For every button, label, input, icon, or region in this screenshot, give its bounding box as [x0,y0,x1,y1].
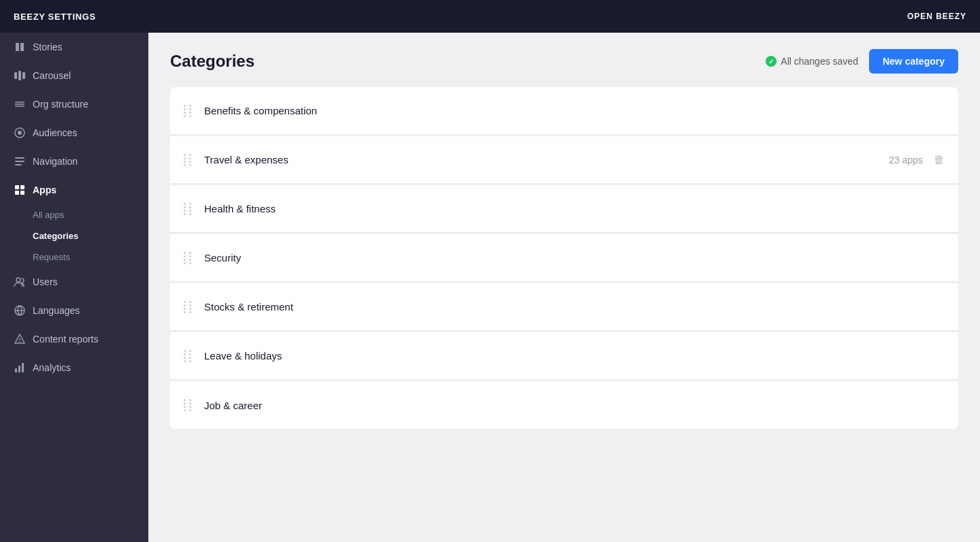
category-name: Job & career [204,400,945,411]
apps-icon [14,184,26,196]
sidebar-label-users: Users [33,276,58,287]
category-item: Job & career [170,381,958,429]
sidebar-item-stories[interactable]: Stories [0,33,148,61]
sidebar-item-languages[interactable]: Languages [0,296,148,325]
svg-point-15 [16,278,20,282]
svg-rect-2 [22,72,25,79]
apps-count: 23 apps [889,155,923,165]
users-icon [14,276,26,288]
saved-status: All changes saved [766,56,858,67]
page-title: Categories [170,52,255,71]
svg-rect-10 [15,164,22,165]
svg-rect-22 [22,363,24,372]
svg-point-7 [18,131,22,135]
new-category-button[interactable]: New category [869,49,958,74]
topbar: BEEZY SETTINGS OPEN BEEZY [0,0,980,33]
page-header: Categories All changes saved New categor… [148,33,980,87]
languages-icon [14,304,26,317]
category-item: Benefits & compensation [170,87,958,135]
carousel-icon [14,69,26,82]
svg-rect-13 [15,191,19,195]
category-meta: 23 apps🗑 [889,154,945,166]
svg-point-19 [19,341,20,342]
sidebar-item-carousel[interactable]: Carousel [0,61,148,90]
org-structure-icon [14,98,26,110]
category-name: Travel & expenses [204,154,889,165]
category-item: Travel & expenses23 apps🗑 [170,136,958,184]
sidebar-item-apps[interactable]: Apps [0,176,148,204]
saved-text: All changes saved [781,56,858,67]
main-content: Categories All changes saved New categor… [148,33,980,542]
stories-icon [14,41,26,53]
audiences-icon [14,127,26,139]
sidebar-label-org-structure: Org structure [33,99,88,110]
category-item: Security [170,234,958,282]
sidebar-item-org-structure[interactable]: Org structure [0,90,148,118]
sidebar-sub-requests[interactable]: Requests [0,246,148,268]
content-reports-icon [14,333,26,345]
sidebar-label-carousel: Carousel [33,70,71,81]
sidebar-item-navigation[interactable]: Navigation [0,147,148,176]
drag-handle[interactable] [184,203,193,215]
drag-handle[interactable] [184,252,193,264]
header-actions: All changes saved New category [766,49,958,74]
drag-handle[interactable] [184,399,193,411]
svg-rect-11 [15,185,19,189]
saved-indicator [766,56,777,67]
sidebar-label-apps: Apps [33,185,56,195]
sidebar-sub-all-apps[interactable]: All apps [0,204,148,225]
sidebar-label-content-reports: Content reports [33,334,99,345]
svg-rect-21 [18,366,20,372]
analytics-icon [14,362,26,374]
sidebar-label-stories: Stories [33,42,63,52]
app-title: BEEZY SETTINGS [14,12,96,22]
drag-handle[interactable] [184,301,193,313]
svg-rect-14 [20,191,24,195]
drag-handle[interactable] [184,350,193,362]
category-name: Benefits & compensation [204,105,945,116]
svg-rect-20 [15,368,17,372]
svg-rect-12 [20,185,24,189]
sidebar: Stories Carousel Org structure [0,33,148,542]
sidebar-label-analytics: Analytics [33,362,71,373]
category-name: Stocks & retirement [204,301,945,313]
drag-handle[interactable] [184,154,193,166]
svg-rect-0 [14,72,17,79]
sidebar-label-navigation: Navigation [33,156,78,167]
category-name: Security [204,252,945,264]
svg-rect-9 [15,161,24,162]
drag-handle[interactable] [184,105,193,117]
category-name: Leave & holidays [204,350,945,362]
category-item: Leave & holidays [170,332,958,380]
sidebar-item-analytics[interactable]: Analytics [0,353,148,382]
sidebar-label-languages: Languages [33,305,80,316]
sidebar-item-users[interactable]: Users [0,268,148,296]
category-item: Stocks & retirement [170,283,958,331]
navigation-icon [14,155,26,168]
open-beezy-button[interactable]: OPEN BEEZY [907,12,966,21]
categories-list: Benefits & compensationTravel & expenses… [148,87,980,542]
sidebar-item-content-reports[interactable]: Content reports [0,325,148,353]
svg-rect-8 [15,157,24,159]
sidebar-item-audiences[interactable]: Audiences [0,118,148,147]
category-item: Health & fitness [170,185,958,233]
sidebar-sub-categories[interactable]: Categories [0,225,148,246]
apps-submenu: All apps Categories Requests [0,204,148,268]
category-name: Health & fitness [204,203,945,214]
svg-rect-1 [18,71,21,80]
delete-category-button[interactable]: 🗑 [934,154,945,166]
sidebar-label-audiences: Audiences [33,127,77,138]
